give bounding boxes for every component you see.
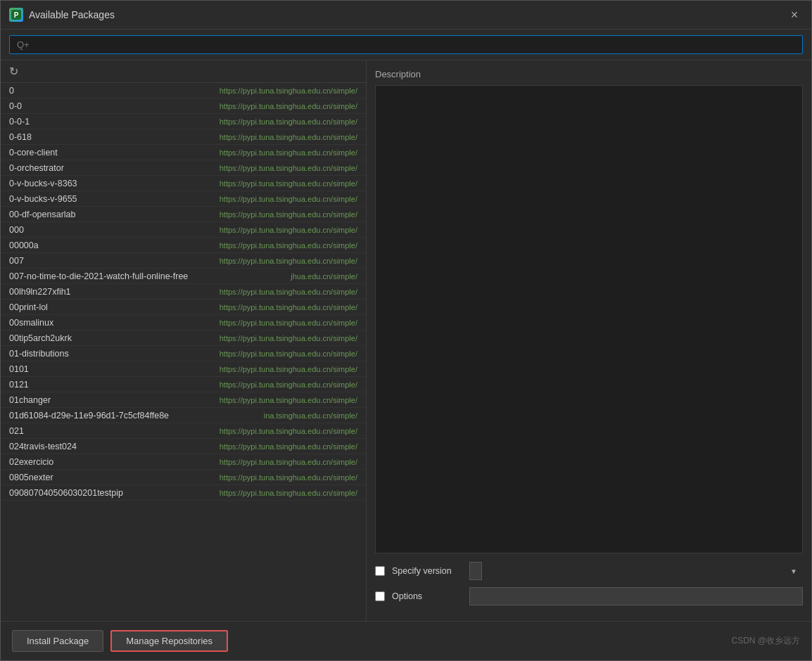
watermark: CSDN @收乡远方 — [731, 635, 800, 647]
package-url: https://pypi.tuna.tsinghua.edu.cn/simple… — [220, 334, 357, 342]
package-url: ina.tsinghua.edu.cn/simple/ — [264, 411, 357, 420]
package-name: 024travis-test024 — [9, 442, 214, 451]
table-row[interactable]: 021https://pypi.tuna.tsinghua.edu.cn/sim… — [1, 423, 366, 439]
package-name: 00lh9ln227xfih1 — [9, 287, 214, 297]
package-url: https://pypi.tuna.tsinghua.edu.cn/simple… — [220, 133, 357, 141]
title-bar-left: P Available Packages — [9, 8, 115, 22]
version-select[interactable] — [469, 562, 482, 580]
package-name: 00tip5arch2ukrk — [9, 333, 214, 343]
window-title: Available Packages — [29, 9, 115, 20]
table-row[interactable]: 007https://pypi.tuna.tsinghua.edu.cn/sim… — [1, 253, 366, 269]
package-url: https://pypi.tuna.tsinghua.edu.cn/simple… — [220, 380, 357, 389]
table-row[interactable]: 00print-lolhttps://pypi.tuna.tsinghua.ed… — [1, 300, 366, 315]
table-row[interactable]: 0101https://pypi.tuna.tsinghua.edu.cn/si… — [1, 361, 366, 377]
package-name: 000 — [9, 225, 214, 235]
options-row: Options — [375, 587, 803, 605]
table-row[interactable]: 0-core-clienthttps://pypi.tuna.tsinghua.… — [1, 145, 366, 160]
table-row[interactable]: 00tip5arch2ukrkhttps://pypi.tuna.tsinghu… — [1, 330, 366, 346]
package-url: jhua.edu.cn/simple/ — [291, 272, 357, 281]
options-input[interactable] — [469, 587, 803, 605]
package-url: https://pypi.tuna.tsinghua.edu.cn/simple… — [220, 210, 357, 219]
specify-version-row: Specify version — [375, 562, 803, 580]
package-name: 0-0 — [9, 101, 214, 111]
package-name: 0-v-bucks-v-9655 — [9, 194, 214, 204]
table-row[interactable]: 007-no-time-to-die-2021-watch-full-onlin… — [1, 269, 366, 284]
table-row[interactable]: 00000ahttps://pypi.tuna.tsinghua.edu.cn/… — [1, 238, 366, 253]
package-url: https://pypi.tuna.tsinghua.edu.cn/simple… — [220, 349, 357, 358]
search-input[interactable] — [9, 35, 803, 54]
package-name: 0-0-1 — [9, 117, 214, 127]
app-icon: P — [9, 8, 23, 22]
svg-text:P: P — [14, 11, 19, 19]
package-url: https://pypi.tuna.tsinghua.edu.cn/simple… — [220, 195, 357, 203]
manage-repositories-button[interactable]: Manage Repositories — [110, 630, 228, 652]
table-row[interactable]: 000https://pypi.tuna.tsinghua.edu.cn/sim… — [1, 222, 366, 238]
bottom-bar: Install Package Manage Repositories CSDN… — [1, 621, 811, 660]
specify-version-checkbox[interactable] — [375, 566, 385, 576]
package-url: https://pypi.tuna.tsinghua.edu.cn/simple… — [220, 148, 357, 157]
table-row[interactable]: 01d61084-d29e-11e9-96d1-7c5cf84ffe8eina.… — [1, 408, 366, 423]
package-url: https://pypi.tuna.tsinghua.edu.cn/simple… — [220, 226, 357, 234]
description-label: Description — [375, 69, 803, 79]
package-list[interactable]: 0https://pypi.tuna.tsinghua.edu.cn/simpl… — [1, 83, 366, 621]
table-row[interactable]: 00smalinuxhttps://pypi.tuna.tsinghua.edu… — [1, 315, 366, 330]
table-row[interactable]: 024travis-test024https://pypi.tuna.tsing… — [1, 439, 366, 454]
table-row[interactable]: 00lh9ln227xfih1https://pypi.tuna.tsinghu… — [1, 284, 366, 300]
package-url: https://pypi.tuna.tsinghua.edu.cn/simple… — [220, 473, 357, 482]
package-url: https://pypi.tuna.tsinghua.edu.cn/simple… — [220, 179, 357, 188]
title-bar: P Available Packages × — [1, 1, 811, 30]
package-name: 02exercicio — [9, 457, 214, 467]
package-name: 00print-lol — [9, 302, 214, 312]
version-select-wrapper — [469, 562, 803, 580]
right-panel: Description Specify version Options — [367, 60, 811, 621]
package-name: 007 — [9, 256, 214, 266]
package-name: 021 — [9, 426, 214, 436]
description-box — [375, 85, 803, 553]
refresh-icon[interactable]: ↻ — [9, 65, 18, 78]
package-url: https://pypi.tuna.tsinghua.edu.cn/simple… — [220, 489, 357, 497]
options-checkbox[interactable] — [375, 591, 385, 601]
list-header: ↻ — [1, 60, 366, 83]
package-name: 0-core-client — [9, 148, 214, 158]
package-name: 090807040506030201testpip — [9, 488, 214, 498]
package-url: https://pypi.tuna.tsinghua.edu.cn/simple… — [220, 257, 357, 265]
table-row[interactable]: 0-618https://pypi.tuna.tsinghua.edu.cn/s… — [1, 129, 366, 145]
package-name: 00smalinux — [9, 318, 214, 328]
table-row[interactable]: 00-df-opensarlabhttps://pypi.tuna.tsingh… — [1, 207, 366, 222]
package-name: 0 — [9, 86, 214, 96]
table-row[interactable]: 0https://pypi.tuna.tsinghua.edu.cn/simpl… — [1, 83, 366, 98]
package-url: https://pypi.tuna.tsinghua.edu.cn/simple… — [220, 117, 357, 126]
package-name: 01changer — [9, 395, 214, 405]
table-row[interactable]: 01-distributionshttps://pypi.tuna.tsingh… — [1, 346, 366, 361]
install-package-button[interactable]: Install Package — [12, 630, 103, 652]
package-name: 01d61084-d29e-11e9-96d1-7c5cf84ffe8e — [9, 411, 258, 421]
left-panel: ↻ 0https://pypi.tuna.tsinghua.edu.cn/sim… — [1, 60, 367, 621]
package-name: 01-distributions — [9, 349, 214, 359]
package-name: 00000a — [9, 240, 214, 250]
package-url: https://pypi.tuna.tsinghua.edu.cn/simple… — [220, 241, 357, 250]
table-row[interactable]: 0-0-1https://pypi.tuna.tsinghua.edu.cn/s… — [1, 114, 366, 129]
bottom-left: Install Package Manage Repositories — [12, 630, 228, 652]
package-url: https://pypi.tuna.tsinghua.edu.cn/simple… — [220, 102, 357, 110]
package-name: 007-no-time-to-die-2021-watch-full-onlin… — [9, 271, 285, 281]
table-row[interactable]: 02exerciciohttps://pypi.tuna.tsinghua.ed… — [1, 454, 366, 470]
table-row[interactable]: 0805nexterhttps://pypi.tuna.tsinghua.edu… — [1, 470, 366, 485]
table-row[interactable]: 0-v-bucks-v-8363https://pypi.tuna.tsingh… — [1, 176, 366, 191]
table-row[interactable]: 0-orchestratorhttps://pypi.tuna.tsinghua… — [1, 160, 366, 176]
available-packages-window: P Available Packages × ↻ 0https://pypi.t… — [0, 0, 812, 661]
table-row[interactable]: 01changerhttps://pypi.tuna.tsinghua.edu.… — [1, 392, 366, 408]
package-name: 0805nexter — [9, 473, 214, 482]
table-row[interactable]: 0-v-bucks-v-9655https://pypi.tuna.tsingh… — [1, 191, 366, 207]
table-row[interactable]: 090807040506030201testpiphttps://pypi.tu… — [1, 485, 366, 501]
package-url: https://pypi.tuna.tsinghua.edu.cn/simple… — [220, 164, 357, 172]
package-url: https://pypi.tuna.tsinghua.edu.cn/simple… — [220, 427, 357, 435]
options-label: Options — [392, 591, 462, 601]
package-url: https://pypi.tuna.tsinghua.edu.cn/simple… — [220, 288, 357, 296]
close-button[interactable]: × — [786, 6, 803, 23]
package-name: 0-618 — [9, 132, 214, 142]
search-bar — [1, 30, 811, 60]
package-name: 0-v-bucks-v-8363 — [9, 179, 214, 188]
package-url: https://pypi.tuna.tsinghua.edu.cn/simple… — [220, 303, 357, 312]
table-row[interactable]: 0-0https://pypi.tuna.tsinghua.edu.cn/sim… — [1, 98, 366, 114]
table-row[interactable]: 0121https://pypi.tuna.tsinghua.edu.cn/si… — [1, 377, 366, 392]
